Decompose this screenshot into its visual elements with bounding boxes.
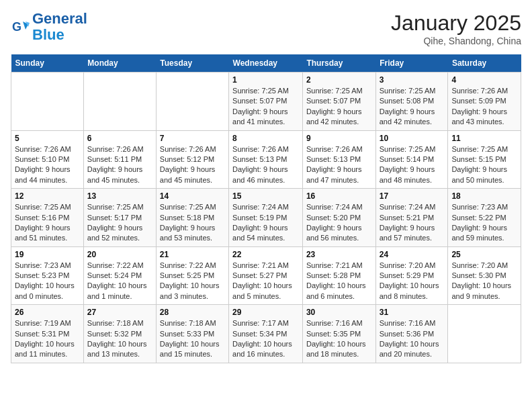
day-number: 1 (232, 75, 299, 85)
logo-text: General Blue (32, 11, 87, 43)
calendar-table: SundayMondayTuesdayWednesdayThursdayFrid… (11, 54, 521, 363)
calendar-cell: 25Sunrise: 7:20 AM Sunset: 5:30 PM Dayli… (448, 246, 521, 305)
day-info: Sunrise: 7:25 AM Sunset: 5:15 PM Dayligh… (451, 144, 517, 186)
calendar-cell: 1Sunrise: 7:25 AM Sunset: 5:07 PM Daylig… (229, 73, 303, 131)
calendar-cell: 16Sunrise: 7:24 AM Sunset: 5:20 PM Dayli… (302, 189, 375, 247)
day-info: Sunrise: 7:26 AM Sunset: 5:11 PM Dayligh… (87, 144, 152, 186)
calendar-cell: 26Sunrise: 7:19 AM Sunset: 5:31 PM Dayli… (11, 305, 84, 363)
svg-text:G: G (12, 20, 21, 34)
day-number: 12 (15, 191, 80, 201)
calendar-header-row: SundayMondayTuesdayWednesdayThursdayFrid… (11, 54, 521, 73)
calendar-cell: 17Sunrise: 7:24 AM Sunset: 5:21 PM Dayli… (375, 189, 448, 247)
day-number: 10 (380, 134, 445, 143)
day-info: Sunrise: 7:22 AM Sunset: 5:25 PM Dayligh… (160, 261, 225, 302)
day-number: 11 (451, 134, 517, 143)
calendar-cell: 27Sunrise: 7:18 AM Sunset: 5:32 PM Dayli… (83, 305, 156, 363)
calendar-cell: 8Sunrise: 7:26 AM Sunset: 5:13 PM Daylig… (229, 130, 303, 189)
calendar-week-row: 1Sunrise: 7:25 AM Sunset: 5:07 PM Daylig… (11, 73, 521, 131)
day-info: Sunrise: 7:26 AM Sunset: 5:13 PM Dayligh… (232, 144, 299, 186)
calendar-cell (11, 73, 84, 131)
calendar-cell: 24Sunrise: 7:20 AM Sunset: 5:29 PM Dayli… (375, 246, 448, 305)
calendar-cell: 2Sunrise: 7:25 AM Sunset: 5:07 PM Daylig… (302, 73, 375, 131)
day-number: 9 (306, 134, 372, 143)
calendar-cell: 22Sunrise: 7:21 AM Sunset: 5:27 PM Dayli… (229, 246, 303, 305)
day-info: Sunrise: 7:25 AM Sunset: 5:07 PM Dayligh… (232, 86, 299, 128)
logo-line2: Blue (32, 26, 64, 43)
day-info: Sunrise: 7:26 AM Sunset: 5:10 PM Dayligh… (15, 144, 80, 186)
day-info: Sunrise: 7:25 AM Sunset: 5:17 PM Dayligh… (87, 202, 152, 244)
calendar-cell (83, 73, 156, 131)
weekday-header: Wednesday (229, 54, 303, 73)
weekday-header: Monday (83, 54, 156, 73)
day-number: 29 (232, 308, 299, 317)
day-number: 5 (15, 134, 80, 143)
day-info: Sunrise: 7:26 AM Sunset: 5:13 PM Dayligh… (306, 144, 372, 186)
day-info: Sunrise: 7:24 AM Sunset: 5:21 PM Dayligh… (380, 202, 445, 244)
day-number: 23 (306, 250, 372, 259)
calendar-cell: 20Sunrise: 7:22 AM Sunset: 5:24 PM Dayli… (83, 246, 156, 305)
calendar-cell: 6Sunrise: 7:26 AM Sunset: 5:11 PM Daylig… (83, 130, 156, 189)
day-info: Sunrise: 7:18 AM Sunset: 5:33 PM Dayligh… (160, 318, 225, 360)
calendar-cell: 23Sunrise: 7:21 AM Sunset: 5:28 PM Dayli… (302, 246, 375, 305)
day-info: Sunrise: 7:18 AM Sunset: 5:32 PM Dayligh… (87, 318, 152, 360)
calendar-cell: 15Sunrise: 7:24 AM Sunset: 5:19 PM Dayli… (229, 189, 303, 247)
page-header: G General Blue January 2025 Qihe, Shando… (11, 11, 521, 46)
calendar-cell: 28Sunrise: 7:18 AM Sunset: 5:33 PM Dayli… (156, 305, 228, 363)
day-number: 19 (15, 250, 80, 259)
day-info: Sunrise: 7:21 AM Sunset: 5:27 PM Dayligh… (232, 261, 299, 302)
day-number: 27 (87, 308, 152, 317)
calendar-cell: 5Sunrise: 7:26 AM Sunset: 5:10 PM Daylig… (11, 130, 84, 189)
day-number: 28 (160, 308, 225, 317)
calendar-cell: 19Sunrise: 7:23 AM Sunset: 5:23 PM Dayli… (11, 246, 84, 305)
day-number: 13 (87, 191, 152, 201)
day-number: 6 (87, 134, 152, 143)
calendar-week-row: 26Sunrise: 7:19 AM Sunset: 5:31 PM Dayli… (11, 305, 521, 363)
day-number: 7 (160, 134, 225, 143)
day-info: Sunrise: 7:25 AM Sunset: 5:16 PM Dayligh… (15, 202, 80, 244)
day-number: 21 (160, 250, 225, 259)
day-info: Sunrise: 7:25 AM Sunset: 5:07 PM Dayligh… (306, 86, 372, 128)
day-info: Sunrise: 7:25 AM Sunset: 5:14 PM Dayligh… (380, 144, 445, 186)
calendar-cell: 4Sunrise: 7:26 AM Sunset: 5:09 PM Daylig… (448, 73, 521, 131)
calendar-week-row: 12Sunrise: 7:25 AM Sunset: 5:16 PM Dayli… (11, 189, 521, 247)
day-number: 22 (232, 250, 299, 259)
day-number: 3 (380, 75, 445, 85)
calendar-cell: 29Sunrise: 7:17 AM Sunset: 5:34 PM Dayli… (229, 305, 303, 363)
day-number: 14 (160, 191, 225, 201)
weekday-header: Sunday (11, 54, 84, 73)
day-number: 17 (380, 191, 445, 201)
day-number: 30 (306, 308, 372, 317)
day-info: Sunrise: 7:16 AM Sunset: 5:36 PM Dayligh… (380, 318, 445, 360)
calendar-cell: 14Sunrise: 7:25 AM Sunset: 5:18 PM Dayli… (156, 189, 228, 247)
title-block: January 2025 Qihe, Shandong, China (391, 11, 521, 46)
day-info: Sunrise: 7:23 AM Sunset: 5:23 PM Dayligh… (15, 261, 80, 302)
calendar-cell: 7Sunrise: 7:26 AM Sunset: 5:12 PM Daylig… (156, 130, 228, 189)
calendar-cell: 10Sunrise: 7:25 AM Sunset: 5:14 PM Dayli… (375, 130, 448, 189)
day-info: Sunrise: 7:25 AM Sunset: 5:18 PM Dayligh… (160, 202, 225, 244)
month-title: January 2025 (391, 11, 521, 36)
day-info: Sunrise: 7:21 AM Sunset: 5:28 PM Dayligh… (306, 261, 372, 302)
day-number: 15 (232, 191, 299, 201)
calendar-cell: 9Sunrise: 7:26 AM Sunset: 5:13 PM Daylig… (302, 130, 375, 189)
day-info: Sunrise: 7:24 AM Sunset: 5:20 PM Dayligh… (306, 202, 372, 244)
calendar-cell (448, 305, 521, 363)
day-number: 4 (451, 75, 517, 85)
calendar-cell: 3Sunrise: 7:25 AM Sunset: 5:08 PM Daylig… (375, 73, 448, 131)
day-info: Sunrise: 7:22 AM Sunset: 5:24 PM Dayligh… (87, 261, 152, 302)
day-number: 20 (87, 250, 152, 259)
logo: G General Blue (11, 11, 87, 43)
day-info: Sunrise: 7:26 AM Sunset: 5:09 PM Dayligh… (451, 86, 517, 128)
calendar-cell: 30Sunrise: 7:16 AM Sunset: 5:35 PM Dayli… (302, 305, 375, 363)
day-info: Sunrise: 7:26 AM Sunset: 5:12 PM Dayligh… (160, 144, 225, 186)
day-info: Sunrise: 7:24 AM Sunset: 5:19 PM Dayligh… (232, 202, 299, 244)
calendar-cell: 21Sunrise: 7:22 AM Sunset: 5:25 PM Dayli… (156, 246, 228, 305)
calendar-cell: 11Sunrise: 7:25 AM Sunset: 5:15 PM Dayli… (448, 130, 521, 189)
day-number: 25 (451, 250, 517, 259)
day-info: Sunrise: 7:17 AM Sunset: 5:34 PM Dayligh… (232, 318, 299, 360)
day-number: 31 (380, 308, 445, 317)
day-number: 26 (15, 308, 80, 317)
day-number: 18 (451, 191, 517, 201)
day-number: 24 (380, 250, 445, 259)
calendar-week-row: 5Sunrise: 7:26 AM Sunset: 5:10 PM Daylig… (11, 130, 521, 189)
calendar-cell: 31Sunrise: 7:16 AM Sunset: 5:36 PM Dayli… (375, 305, 448, 363)
